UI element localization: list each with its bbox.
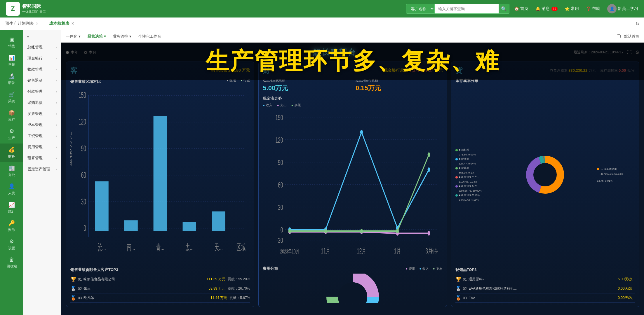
circle-icon: ● [263, 104, 265, 107]
svg-point-59 [428, 152, 430, 157]
table-row: 🥈 02 张三 53.89 万元 贡献：26.70% [70, 284, 250, 293]
sidebar-item-production[interactable]: ⚙ 生产 [0, 125, 23, 144]
legend-fee: ● 费用 [406, 267, 415, 271]
svg-rect-17 [183, 222, 196, 231]
sidebar-item-trash[interactable]: 🗑 回收站 [0, 254, 23, 272]
refresh-button[interactable]: ↻ [636, 21, 639, 27]
sub-item-cost[interactable]: 成本管理› [23, 119, 61, 130]
sub-item-receivable[interactable]: 收款管理› [23, 64, 61, 75]
sub-item-salary[interactable]: 工资管理› [23, 130, 61, 141]
search-button[interactable]: 🔍 [499, 4, 509, 14]
sidebar-item-finance[interactable]: 💰 财务 [0, 144, 23, 162]
donut-legend-left: ■ 新材料 271.50, 0.03% ■ 配件类 327.47, 0.04% … [455, 86, 493, 264]
main-area: ▣ 销售 📊 营销 🔬 研发 🛒 采购 📦 库存 ⚙ 生产 💰 财务 🏢 [0, 30, 644, 315]
svg-point-47 [360, 130, 363, 134]
nav-jingying[interactable]: 经营决策 ▾ [88, 34, 106, 39]
rank-g3: 03 [463, 296, 467, 300]
product-val-2: 0.00天/次 [618, 286, 633, 291]
sub-item-sales-refund[interactable]: 销售退款› [23, 75, 61, 86]
legend-val: 327.47, 0.04% [455, 162, 493, 165]
svg-text:120: 120 [276, 136, 283, 144]
default-home-label: 默认首页 [624, 34, 639, 39]
sidebar-item-office[interactable]: 🏢 办公 [0, 162, 23, 180]
sub-item-expense[interactable]: 费用管理› [23, 141, 61, 153]
sidebar-item-account[interactable]: 🔑 账号 [0, 217, 23, 235]
purchase-icon: 🛒 [8, 91, 15, 98]
sidebar-item-inventory[interactable]: 📦 库存 [0, 107, 23, 125]
marketing-icon: 📊 [8, 55, 15, 61]
user-nav-item[interactable]: 👤 新员工学习 [607, 4, 638, 13]
search-input[interactable] [435, 4, 499, 14]
svg-text:90: 90 [278, 158, 283, 167]
default-home-checkbox[interactable] [617, 34, 621, 38]
sub-item-cash-bank[interactable]: 现金银行› [23, 53, 61, 64]
customer-val-3: 11.44 万元 [210, 295, 227, 300]
sidebar-item-settings[interactable]: ⚙ 设置 [0, 235, 23, 254]
top3-title: 销售业绩贡献最大客户TOP3 [70, 267, 250, 272]
tab-close-0[interactable]: ✕ [36, 22, 39, 26]
stats-icon: 📈 [8, 202, 15, 208]
table-row: 🥉 03 欧凡尔 11.44 万元 贡献：5.67% [70, 293, 250, 303]
legend-other: 13.76, 0.01% [597, 179, 635, 182]
legend-balance: ● 余额 [291, 103, 301, 107]
nav-gexinghua[interactable]: 个性化工作台 [138, 34, 161, 39]
sales-icon: ▣ [9, 36, 14, 43]
sidebar-item-stats[interactable]: 📈 统计 [0, 199, 23, 217]
nav-yewu[interactable]: 业务管控 ▾ [113, 34, 131, 39]
sub-item-payable[interactable]: 付款管理› [23, 86, 61, 97]
sidebar-item-sales[interactable]: ▣ 销售 [0, 33, 23, 52]
tab-yuShengChan[interactable]: 预生产计划列表 ✕ [0, 18, 44, 30]
sub-item-general-ledger[interactable]: 总账管理› [23, 42, 61, 53]
circle-icon: ● [277, 104, 279, 107]
table-row: 🏆 01 味俱佳食品有限公司 111.39 万元 贡献：55.20% [70, 275, 250, 284]
chevron-icon: ▾ [104, 34, 106, 38]
rd-icon: 🔬 [8, 73, 15, 79]
product-val-1: 5.00天/次 [618, 277, 633, 282]
account-icon: 🔑 [8, 220, 15, 226]
sidebar-item-hr[interactable]: 👤 人资 [0, 180, 23, 199]
svg-text:150: 150 [79, 90, 86, 100]
cashflow-chart: 150 120 90 60 30 0 -30 2023年10月 11月 12月 … [263, 110, 442, 260]
tab-close-1[interactable]: ✕ [71, 22, 74, 26]
table-row: 🏆 01 通用原料2 5.00天/次 [455, 275, 635, 284]
svg-text:0: 0 [83, 223, 86, 233]
home-nav-item[interactable]: 🏠 首页 [514, 6, 528, 11]
search-dropdown[interactable]: 客户名称 [406, 4, 435, 14]
nav-yitihua[interactable]: 一体化 ▾ [66, 34, 81, 39]
content-area: 一体化 ▾ 经营决策 ▾ 业务管控 ▾ 个性化工作台 默认首页 生产管理环节多、… [61, 30, 644, 315]
legend-income-fee: ● 收入 [419, 267, 429, 271]
sidebar-item-rd[interactable]: 🔬 研发 [0, 70, 23, 88]
svg-text:120: 120 [79, 117, 86, 127]
sub-item-invoice[interactable]: 发票管理› [23, 108, 61, 119]
product-name-2: EVA通用色母粒双螺杆造粒机... [469, 286, 618, 291]
circle-icon: ● [291, 104, 293, 107]
production-icon: ⚙ [9, 128, 14, 134]
circle-icon: ● [406, 267, 408, 270]
legend-item: ■ 机械设备生产... [455, 175, 493, 179]
common-nav-item[interactable]: ⭐ 常用 [565, 6, 579, 11]
help-nav-item[interactable]: ❓ 帮助 [586, 6, 600, 11]
sub-item-fixed-assets[interactable]: 固定资产管理› [23, 164, 61, 175]
medal-3: 🥉 [70, 295, 76, 301]
svg-point-57 [360, 229, 363, 233]
hr-icon: 👤 [8, 183, 15, 190]
svg-text:青...: 青... [156, 242, 164, 252]
sub-item-budget[interactable]: 预算管理› [23, 153, 61, 164]
office-icon: 🏢 [8, 165, 15, 171]
legend-expense-fee: ● 支出 [433, 267, 443, 271]
sub-item-purchase-refund[interactable]: 采购退款› [23, 97, 61, 108]
sidebar-item-purchase[interactable]: 🛒 采购 [0, 88, 23, 107]
dashboard: 本年 本月 舰长瞭望台 最近刷新：2024-03-21 19:44:17 ⛶ ⚙ [61, 43, 644, 315]
svg-rect-16 [154, 116, 167, 231]
medal-2: 🥈 [70, 286, 76, 291]
tab-chengBenHeSuan[interactable]: 成本核算表 ✕ [44, 18, 79, 30]
messages-nav-item[interactable]: 🔔 消息 19 [535, 6, 558, 11]
medal-g3: 🥉 [455, 295, 461, 301]
arrow-icon: › [56, 168, 57, 171]
legend-device-val: 457669.35, 55.13% [597, 172, 635, 175]
help-icon: ❓ [586, 6, 591, 11]
customer-val-1: 111.39 万元 [207, 277, 225, 282]
arrow-icon: › [56, 101, 57, 104]
sidebar-item-marketing[interactable]: 📊 营销 [0, 52, 23, 70]
circle-icon: ● [419, 267, 421, 270]
